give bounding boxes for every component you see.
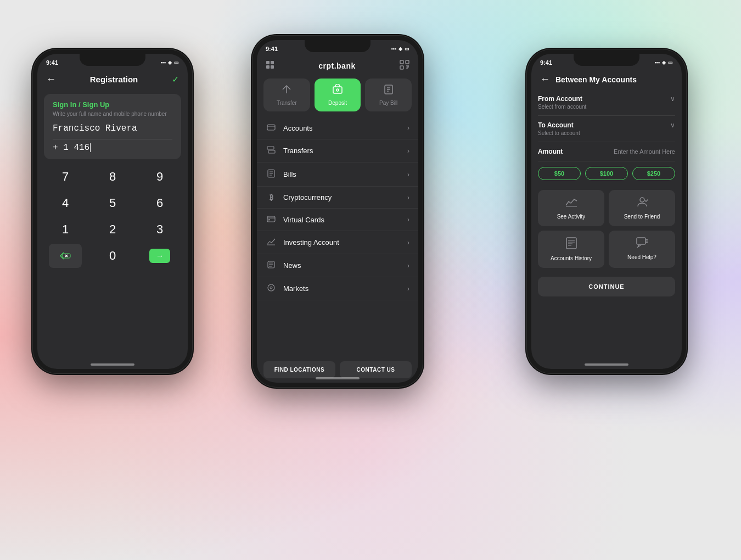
home-indicator <box>585 363 628 366</box>
key-4[interactable]: 4 <box>49 191 82 215</box>
investing-label: Investing Account <box>283 238 407 247</box>
menu-item-virtual-cards[interactable]: Virtual Cards › <box>257 209 418 231</box>
svg-rect-3 <box>266 65 270 69</box>
key-6[interactable]: 6 <box>143 191 176 215</box>
key-8[interactable]: 8 <box>96 165 129 189</box>
grid-icon[interactable] <box>266 60 274 71</box>
markets-arrow: › <box>407 285 409 293</box>
transfer-screen: 9:41 ▪▪▪ ◈ ▭ ← Between My Accounts From … <box>531 54 682 369</box>
key-1[interactable]: 1 <box>49 217 82 242</box>
accounts-icon <box>266 124 277 132</box>
to-account-label: To Account <box>538 121 574 129</box>
page-title: Between My Accounts <box>555 75 637 84</box>
from-account-placeholder: Select from account <box>538 104 675 110</box>
time: 9:41 <box>540 59 552 66</box>
news-icon <box>266 261 277 270</box>
home-indicator <box>316 377 360 379</box>
name-field[interactable]: Francisco Rivera <box>53 124 172 133</box>
crypto-arrow: › <box>407 194 409 201</box>
quick-amount-50[interactable]: $50 <box>538 167 581 180</box>
key-next[interactable]: → <box>143 244 176 268</box>
phone-registration: 9:41 ▪▪▪ ◈ ▭ ← Registration ✓ Sign In / … <box>33 49 192 373</box>
key-0[interactable]: 0 <box>96 244 129 268</box>
continue-button[interactable]: CONTINUE <box>538 277 675 296</box>
find-locations-button[interactable]: FIND LOCATIONS <box>263 361 335 378</box>
bills-label: Bills <box>283 170 407 178</box>
crypto-label: Cryptocurrency <box>283 193 407 201</box>
amount-row[interactable]: Amount Enter the Amount Here <box>538 142 675 161</box>
send-to-friend-card[interactable]: Send to Friend <box>609 190 675 226</box>
phone-transfer: 9:41 ▪▪▪ ◈ ▭ ← Between My Accounts From … <box>527 49 686 373</box>
bills-icon <box>266 169 277 180</box>
bills-arrow: › <box>407 171 409 178</box>
contact-us-button[interactable]: CONTACT US <box>340 361 412 378</box>
transfers-arrow: › <box>407 147 409 155</box>
wifi-icon: ◈ <box>662 60 666 65</box>
page-title: Registration <box>90 75 138 84</box>
amount-input[interactable]: Enter the Amount Here <box>614 148 675 155</box>
backspace-key[interactable] <box>49 244 82 268</box>
wifi-icon: ◈ <box>398 46 402 52</box>
to-account-chevron: ∨ <box>670 121 675 129</box>
menu-item-investing[interactable]: Investing Account › <box>257 231 418 254</box>
status-icons: ▪▪▪ ◈ ▭ <box>654 60 673 65</box>
transfer-label: Transfer <box>277 100 297 106</box>
paybill-button[interactable]: Pay Bill <box>365 79 412 111</box>
menu-item-transfers[interactable]: Transfers › <box>257 139 418 163</box>
battery-icon: ▭ <box>668 60 673 65</box>
menu-header: crpt.bank <box>257 55 418 76</box>
svg-rect-20 <box>268 150 275 153</box>
menu-list: Accounts › Transfers › <box>257 117 418 357</box>
menu-item-markets[interactable]: Markets › <box>257 277 418 300</box>
divider <box>53 139 172 139</box>
see-activity-label: See Activity <box>557 214 586 220</box>
news-label: News <box>283 261 407 270</box>
menu-item-news[interactable]: News › <box>257 254 418 277</box>
to-account-row[interactable]: To Account ∨ Select to account <box>538 116 675 142</box>
quick-amount-100[interactable]: $100 <box>585 167 628 180</box>
quick-amount-250[interactable]: $250 <box>632 167 675 180</box>
phone-field[interactable]: + 1 416 <box>53 143 172 153</box>
accounts-history-card[interactable]: Accounts History <box>538 231 604 268</box>
crypto-icon: ₿ <box>266 193 277 201</box>
investing-icon <box>266 238 277 247</box>
status-icons: ▪▪▪ ◈ ▭ <box>160 60 179 65</box>
phone-menu: 9:41 ▪▪▪ ◈ ▭ crpt.bank <box>252 36 423 387</box>
registration-screen: 9:41 ▪▪▪ ◈ ▭ ← Registration ✓ Sign In / … <box>37 54 188 369</box>
svg-rect-17 <box>267 125 275 130</box>
scan-icon[interactable] <box>400 60 409 72</box>
virtual-cards-icon <box>266 215 277 224</box>
svg-rect-2 <box>271 61 274 64</box>
key-9[interactable]: 9 <box>143 165 176 189</box>
menu-item-accounts[interactable]: Accounts › <box>257 117 418 139</box>
from-account-chevron: ∨ <box>670 95 675 103</box>
registration-header: ← Registration ✓ <box>37 69 188 89</box>
need-help-card[interactable]: Need Help? <box>609 231 675 268</box>
svg-rect-5 <box>400 60 403 64</box>
time: 9:41 <box>266 46 278 52</box>
amount-label: Amount <box>538 148 563 155</box>
transfer-button[interactable]: Transfer <box>263 79 310 111</box>
back-button[interactable]: ← <box>46 74 56 85</box>
status-icons: ▪▪▪ ◈ ▭ <box>391 46 409 52</box>
key-2[interactable]: 2 <box>96 217 129 242</box>
notch <box>305 40 370 52</box>
numpad: 7 8 9 4 5 6 1 2 3 <box>42 165 183 268</box>
menu-screen: 9:41 ▪▪▪ ◈ ▭ crpt.bank <box>257 40 418 383</box>
confirm-icon[interactable]: ✓ <box>172 74 179 85</box>
deposit-button[interactable]: Deposit <box>315 79 361 111</box>
key-7[interactable]: 7 <box>49 165 82 189</box>
activity-icon <box>565 197 577 210</box>
key-3[interactable]: 3 <box>143 217 176 242</box>
accounts-history-label: Accounts History <box>551 255 592 261</box>
svg-rect-19 <box>267 147 274 149</box>
menu-item-crypto[interactable]: ₿ Cryptocurrency › <box>257 187 418 209</box>
menu-item-bills[interactable]: Bills › <box>257 163 418 187</box>
card-subtitle: Write your full name and mobile phone nu… <box>53 111 172 117</box>
key-5[interactable]: 5 <box>96 191 129 215</box>
svg-rect-37 <box>566 238 576 249</box>
from-account-row[interactable]: From Account ∨ Select from account <box>538 89 675 116</box>
back-button[interactable]: ← <box>540 74 550 85</box>
see-activity-card[interactable]: See Activity <box>538 190 604 226</box>
svg-rect-42 <box>637 238 645 244</box>
